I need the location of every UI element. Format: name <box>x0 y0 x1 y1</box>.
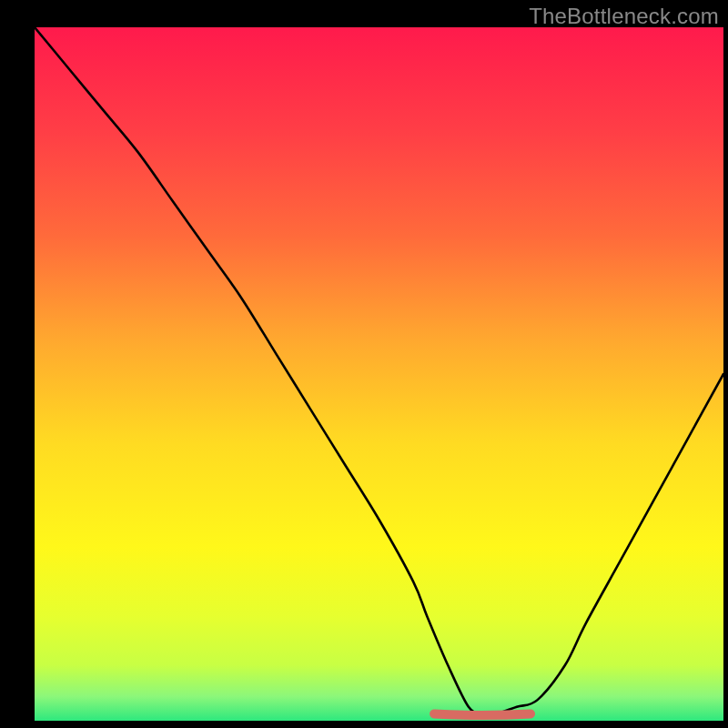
plot-background <box>35 27 723 721</box>
bottleneck-chart <box>0 0 728 728</box>
optimum-marker <box>434 713 531 715</box>
chart-frame: TheBottleneck.com <box>0 0 728 728</box>
watermark-text: TheBottleneck.com <box>529 4 719 29</box>
